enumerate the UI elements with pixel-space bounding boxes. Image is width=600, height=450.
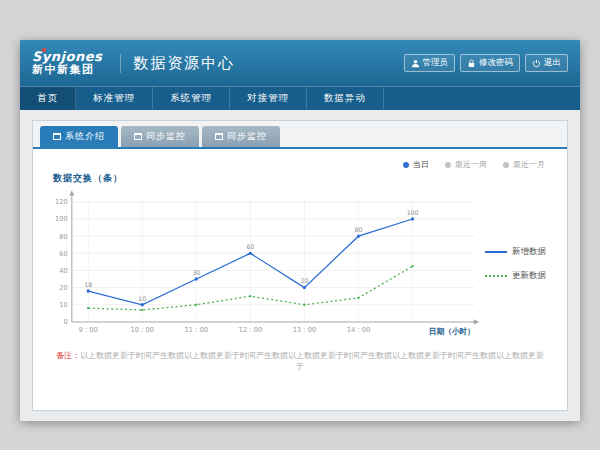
svg-text:12：00: 12：00 xyxy=(239,326,263,334)
svg-text:100: 100 xyxy=(55,215,68,223)
svg-text:13：00: 13：00 xyxy=(293,326,317,334)
nav-item-standard-mgmt[interactable]: 标准管理 xyxy=(76,87,153,110)
svg-text:60: 60 xyxy=(59,250,67,258)
tab-sync-monitor-2[interactable]: 同步监控 xyxy=(202,126,280,147)
page-title: 数据资源中心 xyxy=(120,54,235,73)
footnote-text: 以上数据更新于时间产生数据以上数据更新于时间产生数据以上数据更新于时间产生数据以… xyxy=(80,351,544,371)
window-icon xyxy=(53,133,61,140)
svg-text:10: 10 xyxy=(59,301,67,309)
nav-item-integration-mgmt[interactable]: 对接管理 xyxy=(230,87,307,110)
chart-container: 010204060801001209：0010：0011：0012：0013：0… xyxy=(33,185,567,343)
footnote: 备注：以上数据更新于时间产生数据以上数据更新于时间产生数据以上数据更新于时间产生… xyxy=(33,350,567,372)
legend-item-0[interactable]: 新增数据 xyxy=(485,246,559,258)
filter-dot-icon xyxy=(503,162,509,168)
brand-red-dot-icon xyxy=(42,48,46,52)
app-header: Synjones 新中新集团 数据资源中心 管理员 修改密码 xyxy=(20,40,580,86)
nav-item-data-change[interactable]: 数据异动 xyxy=(307,87,384,110)
svg-text:30: 30 xyxy=(192,269,200,276)
svg-text:18: 18 xyxy=(84,281,92,288)
user-icon xyxy=(411,59,420,68)
power-icon xyxy=(532,59,541,68)
brand-name-cn: 新中新集团 xyxy=(32,64,102,76)
svg-text:20: 20 xyxy=(301,277,309,284)
svg-text:14：00: 14：00 xyxy=(347,326,371,334)
chart-y-axis-title: 数据交换（条） xyxy=(53,172,567,185)
svg-text:日期（小时）: 日期（小时） xyxy=(429,326,475,335)
svg-text:80: 80 xyxy=(59,232,67,240)
header-actions: 管理员 修改密码 退出 xyxy=(404,54,569,72)
nav-item-system-mgmt[interactable]: 系统管理 xyxy=(153,87,230,110)
line-chart: 010204060801001209：0010：0011：0012：0013：0… xyxy=(35,185,485,343)
logout-button[interactable]: 退出 xyxy=(525,54,568,72)
svg-text:11：00: 11：00 xyxy=(185,326,209,334)
legend-item-1[interactable]: 更新数据 xyxy=(485,270,559,282)
svg-text:10: 10 xyxy=(138,294,146,301)
filter-option-2[interactable]: 最近一月 xyxy=(503,159,545,170)
lock-icon xyxy=(467,59,476,68)
tab-system-intro[interactable]: 系统介绍 xyxy=(40,126,118,147)
brand-name: Synjones xyxy=(32,50,102,64)
user-button[interactable]: 管理员 xyxy=(404,54,456,72)
svg-text:0: 0 xyxy=(63,318,67,326)
filter-option-0[interactable]: 当日 xyxy=(403,159,429,170)
chart-filters: 当日最近一周最近一月 xyxy=(55,159,545,170)
svg-text:40: 40 xyxy=(59,267,67,275)
legend-line-icon xyxy=(485,275,507,277)
change-password-button[interactable]: 修改密码 xyxy=(460,54,520,72)
svg-text:100: 100 xyxy=(407,209,419,216)
filter-dot-icon xyxy=(445,162,451,168)
content-area: 系统介绍 同步监控 同步监控 当日最近一周最近一月 数据交换（条） 010204… xyxy=(20,110,580,421)
main-panel: 系统介绍 同步监控 同步监控 当日最近一周最近一月 数据交换（条） 010204… xyxy=(32,120,568,411)
chart-legend: 新增数据更新数据 xyxy=(485,246,559,282)
svg-text:60: 60 xyxy=(246,243,254,250)
window-icon xyxy=(134,133,142,140)
svg-text:80: 80 xyxy=(355,226,363,233)
main-nav: 首页 标准管理 系统管理 对接管理 数据异动 xyxy=(20,86,580,110)
window-icon xyxy=(215,133,223,140)
brand-logo: Synjones 新中新集团 xyxy=(32,50,102,76)
legend-line-icon xyxy=(485,251,507,253)
tab-sync-monitor-1[interactable]: 同步监控 xyxy=(121,126,199,147)
nav-item-home[interactable]: 首页 xyxy=(20,87,76,110)
svg-text:10：00: 10：00 xyxy=(130,326,154,334)
tab-bar: 系统介绍 同步监控 同步监控 xyxy=(33,121,567,149)
svg-text:120: 120 xyxy=(55,198,68,206)
footnote-label: 备注： xyxy=(56,351,80,360)
app-window: Synjones 新中新集团 数据资源中心 管理员 修改密码 xyxy=(20,40,580,421)
filter-dot-icon xyxy=(403,162,409,168)
svg-text:20: 20 xyxy=(59,284,67,292)
filter-option-1[interactable]: 最近一周 xyxy=(445,159,487,170)
svg-text:9：00: 9：00 xyxy=(79,326,98,334)
